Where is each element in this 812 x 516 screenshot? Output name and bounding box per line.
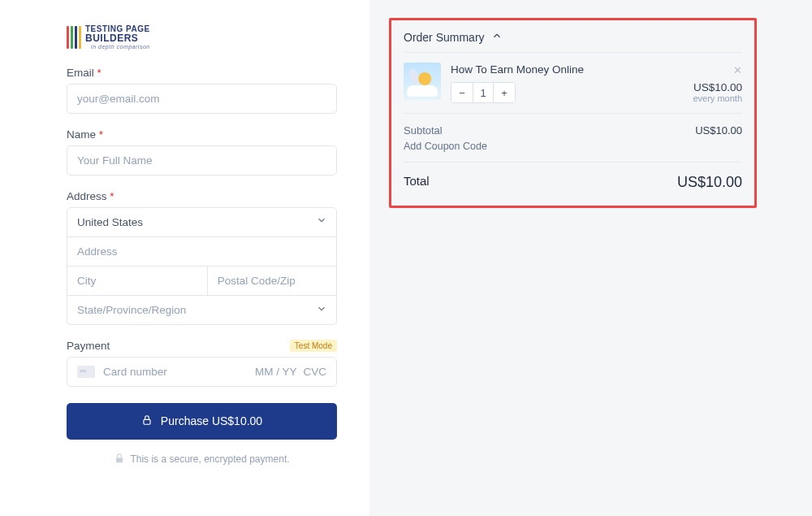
checkout-form-panel: TESTING PAGE BUILDERS In depth compariso… — [0, 0, 369, 516]
total-amount: US$10.00 — [677, 174, 742, 191]
lock-icon — [141, 414, 153, 428]
payment-label: Payment — [67, 340, 110, 352]
brand-logo: TESTING PAGE BUILDERS In depth compariso… — [67, 24, 337, 50]
add-coupon-link[interactable]: Add Coupon Code — [404, 139, 742, 154]
summary-header[interactable]: Order Summary — [404, 20, 742, 52]
card-input[interactable]: Card number MM / YY CVC — [67, 357, 337, 387]
card-icon — [77, 366, 95, 378]
secure-note: This is a secure, encrypted payment. — [67, 453, 337, 466]
item-thumbnail — [404, 63, 441, 100]
item-price: US$10.00 — [693, 81, 742, 93]
test-mode-badge: Test Mode — [290, 340, 337, 352]
remove-item-button[interactable]: ✕ — [693, 64, 742, 76]
card-expiry-placeholder: MM / YY — [255, 366, 297, 378]
total-label: Total — [404, 174, 430, 191]
street-field[interactable] — [67, 237, 337, 267]
name-field[interactable] — [67, 145, 337, 176]
qty-increase-button[interactable]: + — [494, 83, 515, 102]
svg-rect-0 — [144, 419, 150, 424]
quantity-stepper: − 1 + — [451, 82, 516, 103]
email-field[interactable] — [67, 84, 337, 114]
postal-field[interactable] — [207, 267, 337, 296]
item-title: How To Earn Money Online — [451, 63, 683, 77]
qty-decrease-button[interactable]: − — [451, 83, 473, 102]
cart-item: How To Earn Money Online − 1 + ✕ US$10.0… — [404, 52, 742, 113]
logo-line2: BUILDERS — [85, 33, 138, 44]
country-select[interactable]: United States — [67, 207, 337, 237]
city-field[interactable] — [67, 267, 207, 296]
address-label: Address * — [67, 190, 337, 202]
logo-tagline: In depth comparison — [85, 44, 150, 50]
lock-icon — [114, 453, 125, 466]
summary-highlight: Order Summary How To Earn Money Online −… — [389, 18, 757, 208]
svg-rect-1 — [116, 457, 123, 462]
subtotal-amount: US$10.00 — [695, 124, 742, 137]
subtotal-label: Subtotal — [404, 124, 443, 137]
qty-value: 1 — [473, 83, 494, 102]
email-label: Email * — [67, 67, 337, 79]
region-select[interactable]: State/Province/Region — [67, 296, 337, 325]
order-summary-panel: Order Summary How To Earn Money Online −… — [369, 0, 812, 516]
purchase-button[interactable]: Purchase US$10.00 — [67, 403, 337, 440]
name-label: Name * — [67, 128, 337, 141]
card-cvc-placeholder: CVC — [303, 366, 326, 378]
item-recurrence: every month — [693, 93, 742, 103]
card-number-placeholder: Card number — [103, 366, 247, 378]
chevron-up-icon — [491, 30, 503, 44]
